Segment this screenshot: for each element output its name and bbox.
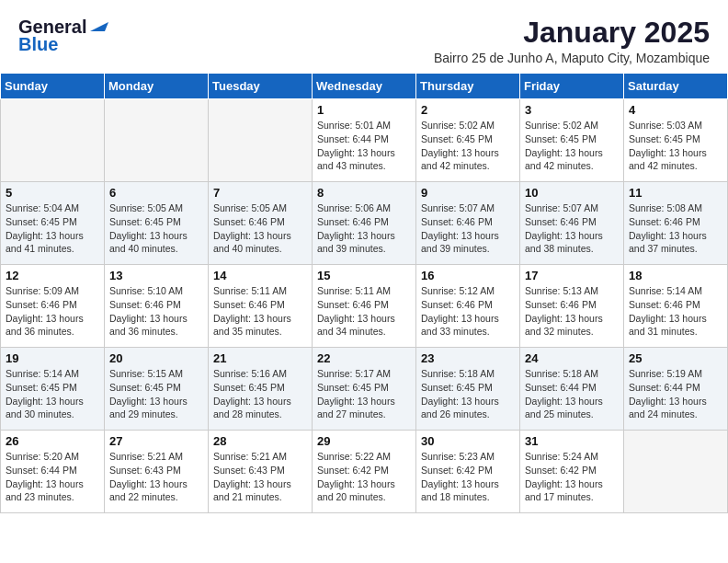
calendar-cell: 2Sunrise: 5:02 AM Sunset: 6:45 PM Daylig… (416, 99, 520, 182)
day-detail-text: Sunrise: 5:08 AM Sunset: 6:46 PM Dayligh… (629, 201, 722, 256)
calendar-cell: 23Sunrise: 5:18 AM Sunset: 6:45 PM Dayli… (416, 348, 520, 431)
calendar-week-row: 26Sunrise: 5:20 AM Sunset: 6:44 PM Dayli… (1, 431, 728, 513)
day-detail-text: Sunrise: 5:17 AM Sunset: 6:45 PM Dayligh… (317, 367, 411, 421)
day-number: 14 (213, 269, 307, 282)
day-detail-text: Sunrise: 5:14 AM Sunset: 6:45 PM Dayligh… (6, 367, 99, 421)
calendar-week-row: 12Sunrise: 5:09 AM Sunset: 6:46 PM Dayli… (1, 265, 728, 348)
calendar-cell (1, 99, 105, 182)
logo-blue-text: Blue (18, 34, 58, 55)
day-number: 15 (317, 269, 411, 282)
page-header: General Blue January 2025 Bairro 25 de J… (0, 0, 728, 73)
day-number: 2 (421, 103, 515, 117)
calendar-cell: 14Sunrise: 5:11 AM Sunset: 6:46 PM Dayli… (209, 265, 313, 348)
day-number: 30 (421, 434, 515, 448)
day-detail-text: Sunrise: 5:09 AM Sunset: 6:46 PM Dayligh… (6, 284, 99, 339)
day-number: 23 (421, 351, 515, 365)
calendar-cell: 9Sunrise: 5:07 AM Sunset: 6:46 PM Daylig… (416, 182, 520, 265)
calendar-cell: 10Sunrise: 5:07 AM Sunset: 6:46 PM Dayli… (520, 182, 624, 265)
calendar-cell: 1Sunrise: 5:01 AM Sunset: 6:44 PM Daylig… (313, 99, 416, 182)
day-detail-text: Sunrise: 5:03 AM Sunset: 6:45 PM Dayligh… (629, 119, 722, 173)
day-number: 7 (213, 186, 307, 200)
day-detail-text: Sunrise: 5:12 AM Sunset: 6:46 PM Dayligh… (421, 284, 515, 339)
day-header-sunday: Sunday (1, 74, 105, 99)
day-detail-text: Sunrise: 5:15 AM Sunset: 6:45 PM Dayligh… (109, 367, 203, 421)
day-number: 28 (213, 434, 307, 448)
day-detail-text: Sunrise: 5:10 AM Sunset: 6:46 PM Dayligh… (109, 284, 203, 339)
day-detail-text: Sunrise: 5:21 AM Sunset: 6:43 PM Dayligh… (213, 450, 307, 504)
calendar-week-row: 5Sunrise: 5:04 AM Sunset: 6:45 PM Daylig… (1, 182, 728, 265)
day-detail-text: Sunrise: 5:21 AM Sunset: 6:43 PM Dayligh… (109, 450, 203, 504)
calendar-cell: 29Sunrise: 5:22 AM Sunset: 6:42 PM Dayli… (313, 431, 416, 513)
day-header-monday: Monday (105, 74, 209, 99)
day-number: 31 (525, 434, 619, 448)
day-number: 21 (213, 351, 307, 365)
day-header-wednesday: Wednesday (313, 74, 416, 99)
calendar-cell: 15Sunrise: 5:11 AM Sunset: 6:46 PM Dayli… (313, 265, 416, 348)
day-number: 3 (525, 103, 619, 117)
calendar-header-row: SundayMondayTuesdayWednesdayThursdayFrid… (1, 74, 728, 99)
day-number: 20 (109, 351, 203, 365)
calendar-cell: 16Sunrise: 5:12 AM Sunset: 6:46 PM Dayli… (416, 265, 520, 348)
day-header-saturday: Saturday (624, 74, 728, 99)
day-header-friday: Friday (520, 74, 624, 99)
calendar-cell: 5Sunrise: 5:04 AM Sunset: 6:45 PM Daylig… (1, 182, 105, 265)
day-detail-text: Sunrise: 5:23 AM Sunset: 6:42 PM Dayligh… (421, 450, 515, 504)
day-number: 11 (629, 186, 722, 200)
logo-wing-icon (88, 18, 108, 33)
calendar-cell: 20Sunrise: 5:15 AM Sunset: 6:45 PM Dayli… (105, 348, 209, 431)
month-year-title: January 2025 (434, 17, 710, 49)
day-number: 9 (421, 186, 515, 200)
day-header-tuesday: Tuesday (209, 74, 313, 99)
calendar-cell: 28Sunrise: 5:21 AM Sunset: 6:43 PM Dayli… (209, 431, 313, 513)
day-detail-text: Sunrise: 5:05 AM Sunset: 6:46 PM Dayligh… (213, 201, 307, 256)
day-number: 25 (629, 351, 722, 365)
day-number: 1 (317, 103, 411, 117)
calendar-cell: 22Sunrise: 5:17 AM Sunset: 6:45 PM Dayli… (313, 348, 416, 431)
day-header-thursday: Thursday (416, 74, 520, 99)
calendar-cell: 19Sunrise: 5:14 AM Sunset: 6:45 PM Dayli… (1, 348, 105, 431)
day-detail-text: Sunrise: 5:18 AM Sunset: 6:45 PM Dayligh… (421, 367, 515, 421)
calendar-cell: 11Sunrise: 5:08 AM Sunset: 6:46 PM Dayli… (624, 182, 728, 265)
calendar-cell: 7Sunrise: 5:05 AM Sunset: 6:46 PM Daylig… (209, 182, 313, 265)
calendar-cell: 24Sunrise: 5:18 AM Sunset: 6:44 PM Dayli… (520, 348, 624, 431)
day-number: 10 (525, 186, 619, 200)
calendar-cell: 30Sunrise: 5:23 AM Sunset: 6:42 PM Dayli… (416, 431, 520, 513)
location-subtitle: Bairro 25 de Junho A, Maputo City, Mozam… (434, 51, 710, 65)
day-detail-text: Sunrise: 5:14 AM Sunset: 6:46 PM Dayligh… (629, 284, 722, 339)
day-number: 4 (629, 103, 722, 117)
calendar-cell: 27Sunrise: 5:21 AM Sunset: 6:43 PM Dayli… (105, 431, 209, 513)
day-detail-text: Sunrise: 5:02 AM Sunset: 6:45 PM Dayligh… (525, 119, 619, 173)
calendar-cell: 17Sunrise: 5:13 AM Sunset: 6:46 PM Dayli… (520, 265, 624, 348)
day-number: 8 (317, 186, 411, 200)
day-number: 5 (6, 186, 99, 200)
calendar-cell: 25Sunrise: 5:19 AM Sunset: 6:44 PM Dayli… (624, 348, 728, 431)
day-detail-text: Sunrise: 5:04 AM Sunset: 6:45 PM Dayligh… (6, 201, 99, 256)
day-number: 24 (525, 351, 619, 365)
day-detail-text: Sunrise: 5:20 AM Sunset: 6:44 PM Dayligh… (6, 450, 99, 504)
day-detail-text: Sunrise: 5:11 AM Sunset: 6:46 PM Dayligh… (213, 284, 307, 339)
title-block: January 2025 Bairro 25 de Junho A, Maput… (434, 17, 710, 65)
day-number: 19 (6, 351, 99, 365)
day-detail-text: Sunrise: 5:01 AM Sunset: 6:44 PM Dayligh… (317, 119, 411, 173)
day-detail-text: Sunrise: 5:24 AM Sunset: 6:42 PM Dayligh… (525, 450, 619, 504)
day-number: 6 (109, 186, 203, 200)
day-detail-text: Sunrise: 5:07 AM Sunset: 6:46 PM Dayligh… (525, 201, 619, 256)
calendar-cell: 18Sunrise: 5:14 AM Sunset: 6:46 PM Dayli… (624, 265, 728, 348)
day-detail-text: Sunrise: 5:06 AM Sunset: 6:46 PM Dayligh… (317, 201, 411, 256)
day-number: 26 (6, 434, 99, 448)
calendar-cell: 31Sunrise: 5:24 AM Sunset: 6:42 PM Dayli… (520, 431, 624, 513)
day-number: 16 (421, 269, 515, 282)
calendar-cell: 12Sunrise: 5:09 AM Sunset: 6:46 PM Dayli… (1, 265, 105, 348)
calendar-cell (209, 99, 313, 182)
day-number: 18 (629, 269, 722, 282)
day-detail-text: Sunrise: 5:02 AM Sunset: 6:45 PM Dayligh… (421, 119, 515, 173)
day-number: 27 (109, 434, 203, 448)
svg-marker-0 (90, 22, 108, 31)
calendar-cell: 13Sunrise: 5:10 AM Sunset: 6:46 PM Dayli… (105, 265, 209, 348)
day-number: 12 (6, 269, 99, 282)
day-number: 29 (317, 434, 411, 448)
day-detail-text: Sunrise: 5:05 AM Sunset: 6:45 PM Dayligh… (109, 201, 203, 256)
day-number: 22 (317, 351, 411, 365)
day-number: 17 (525, 269, 619, 282)
logo: General Blue (18, 17, 108, 55)
